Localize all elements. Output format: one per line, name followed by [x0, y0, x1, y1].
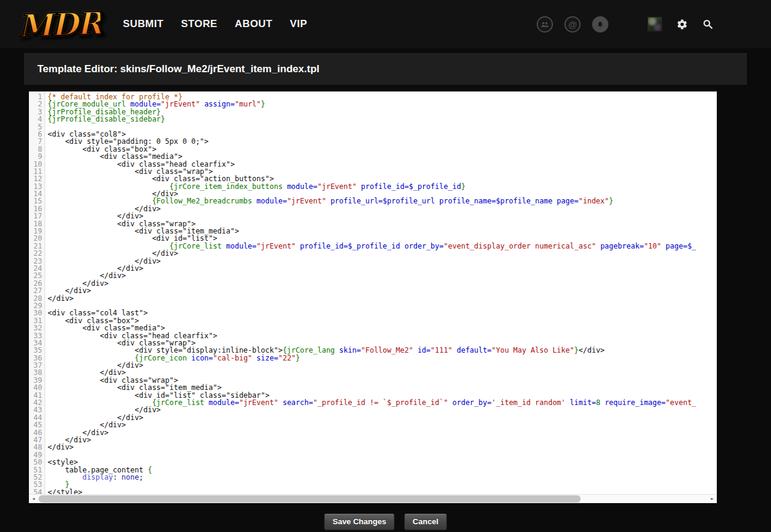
main-nav: SUBMIT STORE ABOUT VIP [123, 18, 325, 30]
code-line[interactable]: </div> [48, 287, 717, 294]
nav-right-tools: @ [537, 16, 771, 32]
code-line[interactable] [48, 302, 717, 309]
top-navbar: MDR SUBMIT STORE ABOUT VIP @ [0, 0, 771, 48]
code-line[interactable] [48, 123, 717, 131]
line-number: 15 [29, 197, 42, 205]
code-line[interactable]: {jrCore_icon icon="cal-big" size="22"} [48, 354, 717, 362]
search-icon[interactable] [702, 19, 713, 29]
code-line[interactable]: </div> [48, 436, 717, 444]
scrollbar-thumb[interactable] [39, 495, 581, 503]
line-number: 53 [29, 481, 42, 488]
save-changes-button[interactable]: Save Changes [324, 513, 395, 530]
line-number: 48 [29, 444, 42, 451]
code-line[interactable]: <div class="col4 last"> [48, 309, 717, 317]
nav-link-store[interactable]: STORE [181, 18, 217, 30]
line-number: 27 [29, 287, 42, 294]
settings-icon[interactable] [676, 19, 688, 30]
user-avatar[interactable] [648, 17, 662, 31]
footer-actions: Save Changes Cancel [0, 513, 771, 530]
code-line[interactable]: } [48, 481, 717, 488]
nav-link-submit[interactable]: SUBMIT [123, 18, 164, 30]
line-number: 7 [29, 138, 42, 145]
scroll-left-arrow-icon[interactable]: ◄ [29, 495, 38, 503]
line-number: 38 [29, 369, 42, 376]
line-number: 12 [29, 175, 42, 182]
users-icon[interactable] [537, 16, 553, 32]
code-line[interactable]: {jrProfile_disable_sidebar} [48, 116, 717, 123]
line-number: 17 [29, 212, 42, 220]
nav-link-about[interactable]: ABOUT [235, 18, 272, 30]
template-editor[interactable]: 1234567891011121314151617181920212223242… [29, 91, 717, 503]
line-number: 22 [29, 250, 42, 257]
code-line[interactable]: </div> [48, 429, 717, 436]
notifications-icon[interactable] [592, 16, 608, 32]
code-line[interactable] [48, 451, 717, 459]
page: MDR SUBMIT STORE ABOUT VIP @ [0, 0, 771, 532]
code-line[interactable]: display: none; [48, 474, 717, 481]
code-line[interactable]: </div> [48, 414, 717, 421]
code-line[interactable]: </div> [48, 265, 717, 272]
code-line[interactable]: </div> [48, 295, 717, 302]
line-number: 32 [29, 324, 42, 332]
editor-code[interactable]: {* default index for profile *}{jrCore_m… [45, 91, 717, 494]
page-title: Template Editor: skins/Follow_Me2/jrEven… [24, 63, 319, 75]
code-line[interactable]: </div> [48, 258, 717, 265]
line-number: 20 [29, 235, 42, 242]
code-line[interactable]: </div> [48, 444, 717, 451]
line-number: 43 [29, 406, 42, 413]
line-number: 40 [29, 384, 42, 391]
line-number: 54 [29, 489, 42, 494]
line-number: 45 [29, 421, 42, 428]
code-line[interactable]: </style> [48, 489, 717, 494]
cancel-button[interactable]: Cancel [404, 513, 447, 530]
editor-gutter: 1234567891011121314151617181920212223242… [29, 91, 45, 494]
editor-title-bar: Template Editor: skins/Follow_Me2/jrEven… [24, 53, 747, 85]
code-line[interactable]: </div> [48, 205, 717, 212]
nav-link-vip[interactable]: VIP [290, 18, 307, 30]
code-line[interactable]: </div> [48, 272, 717, 279]
site-logo-text: MDR [17, 4, 101, 44]
code-line[interactable]: </div> [48, 362, 717, 369]
code-line[interactable]: </div> [48, 406, 717, 413]
at-icon[interactable]: @ [564, 16, 581, 32]
code-line[interactable]: </div> [48, 421, 717, 428]
code-line[interactable]: </div> [48, 280, 717, 287]
line-number: 9 [29, 153, 42, 160]
line-number: 4 [29, 116, 42, 123]
line-number: 50 [29, 459, 42, 466]
editor-body: 1234567891011121314151617181920212223242… [29, 91, 717, 494]
line-number: 35 [29, 347, 42, 354]
code-line[interactable]: table.page_content { [48, 466, 717, 474]
line-number: 30 [29, 309, 42, 317]
site-logo[interactable]: MDR [18, 6, 114, 43]
line-number: 2 [29, 101, 42, 108]
scroll-right-arrow-icon[interactable]: ► [708, 495, 717, 503]
horizontal-scrollbar[interactable]: ◄ ► [29, 494, 717, 503]
line-number: 25 [29, 272, 42, 279]
